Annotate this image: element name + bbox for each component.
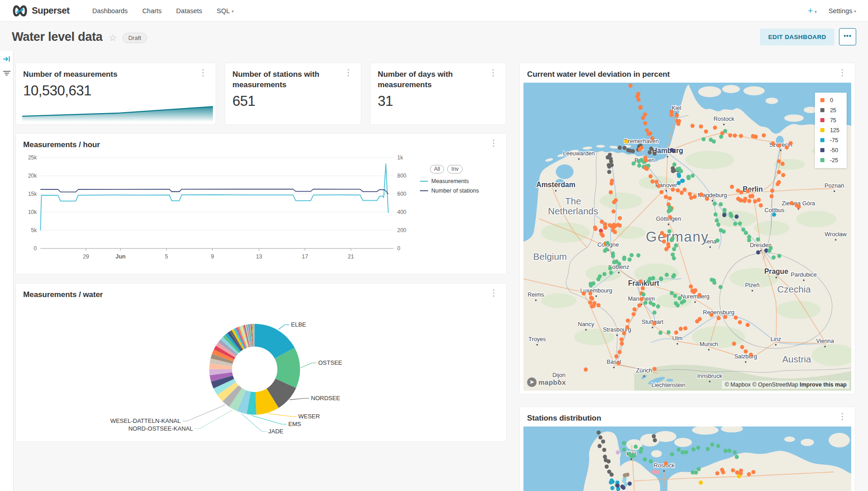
svg-text:Czechia: Czechia: [777, 284, 811, 294]
more-options-icon[interactable]: [487, 69, 499, 76]
svg-text:Plzeň: Plzeň: [745, 282, 760, 288]
svg-text:0: 0: [397, 245, 400, 252]
measurements-hour-chart-card: Measurements / hour 005k20010k40015k6002…: [15, 133, 507, 274]
svg-text:WESER: WESER: [298, 413, 320, 420]
svg-text:Ulm: Ulm: [672, 335, 683, 342]
top-navbar: Superset Dashboards Charts Datasets SQL▾…: [0, 0, 868, 22]
svg-text:Germany: Germany: [646, 228, 709, 245]
map-legend-item[interactable]: -75: [820, 137, 839, 144]
brand-name: Superset: [32, 5, 69, 16]
legend-value-label: 25: [830, 107, 836, 114]
kpi-sparkline: [22, 101, 213, 122]
chart-title: Number of days with measurements: [378, 69, 487, 90]
nav-charts[interactable]: Charts: [142, 7, 162, 15]
mapbox-logo[interactable]: ➤ mapbox: [527, 377, 566, 387]
svg-text:5k: 5k: [31, 227, 37, 233]
favorite-star-icon[interactable]: ☆: [109, 32, 117, 43]
svg-text:Amsterdam: Amsterdam: [536, 181, 575, 188]
more-options-icon[interactable]: [197, 69, 209, 76]
legend-color-swatch: [820, 108, 824, 112]
svg-text:Hamburg: Hamburg: [652, 147, 683, 154]
svg-text:Innsbruck: Innsbruck: [697, 372, 723, 379]
measurements-water-chart-card: Measurements / water ELBEOSTSEENORDSEEWE…: [15, 283, 507, 442]
map-legend-item[interactable]: 125: [820, 127, 839, 134]
legend-color-swatch: [820, 98, 824, 102]
svg-text:Dresden: Dresden: [750, 242, 772, 248]
kpi-value: 651: [225, 90, 361, 109]
svg-text:Pardubice: Pardubice: [791, 271, 817, 278]
kpi-row: Number of measurements 10,530,631 Number…: [15, 63, 507, 125]
svg-text:OSTSEE: OSTSEE: [318, 359, 342, 366]
chevron-down-icon: ▾: [232, 9, 234, 14]
svg-text:800: 800: [397, 173, 406, 179]
legend-inv-button[interactable]: Inv: [447, 165, 463, 174]
legend-color-swatch: [820, 128, 824, 132]
legend-item-stations[interactable]: Number of stations: [420, 188, 498, 194]
svg-text:5: 5: [165, 253, 168, 260]
svg-text:Linz: Linz: [770, 336, 781, 342]
donut-chart: ELBEOSTSEENORDSEEWESEREMSJADENORD-OSTSEE…: [105, 300, 423, 436]
svg-text:Netherlands: Netherlands: [548, 206, 598, 216]
legend-value-label: 75: [830, 117, 836, 124]
deviation-map[interactable]: LeeuwardenAmsterdamTheNetherlandsBelgium…: [523, 83, 851, 391]
chart-title: Measurements / water: [23, 290, 103, 300]
svg-text:ELBE: ELBE: [291, 321, 306, 328]
svg-text:NORD-OSTSEE-KANAL: NORD-OSTSEE-KANAL: [128, 425, 193, 432]
map-legend-item[interactable]: -50: [820, 147, 839, 154]
legend-all-button[interactable]: All: [430, 165, 444, 174]
map-legend-item[interactable]: 25: [820, 107, 839, 114]
svg-text:NORDSEE: NORDSEE: [311, 395, 340, 402]
svg-text:Austria: Austria: [782, 354, 811, 364]
more-options-icon[interactable]: [488, 140, 500, 146]
expand-filter-bar-icon[interactable]: [3, 55, 10, 63]
superset-logo[interactable]: Superset: [12, 5, 69, 17]
more-options-icon[interactable]: [342, 69, 355, 76]
chevron-down-icon: ▾: [854, 9, 856, 14]
svg-text:0: 0: [34, 245, 37, 252]
svg-text:400: 400: [397, 209, 406, 215]
map-legend-item[interactable]: 0: [820, 97, 839, 104]
edit-dashboard-button[interactable]: EDIT DASHBOARD: [760, 29, 834, 45]
map-legend-item[interactable]: 75: [820, 117, 839, 124]
nav-sql[interactable]: SQL▾: [217, 7, 234, 15]
legend-value-label: -50: [830, 147, 838, 154]
nav-datasets[interactable]: Datasets: [176, 7, 202, 15]
more-options-icon[interactable]: [836, 69, 848, 76]
svg-text:15k: 15k: [28, 191, 37, 197]
svg-text:Troyes: Troyes: [528, 336, 546, 342]
superset-infinity-icon: [12, 5, 28, 17]
svg-text:25k: 25k: [28, 154, 37, 161]
mapbox-attribution-link[interactable]: © Mapbox: [725, 382, 750, 388]
map-canvas: LeeuwardenAmsterdamTheNetherlandsBelgium…: [523, 83, 851, 391]
dashboard-more-button[interactable]: •••: [839, 28, 856, 45]
stations-map[interactable]: KielRostock: [523, 427, 851, 491]
chart-title: Stations distribution: [527, 413, 601, 424]
legend-item-measurements[interactable]: Measurements: [420, 178, 498, 184]
svg-text:Wrocław: Wrocław: [825, 231, 847, 238]
status-badge: Draft: [123, 33, 147, 43]
line-chart: 005k20010k40015k60020k80025k1k29Jun59131…: [17, 152, 420, 267]
more-options-icon[interactable]: [836, 413, 848, 420]
filter-icon[interactable]: [3, 70, 11, 76]
chart-title: Number of stations with measurements: [232, 69, 342, 90]
more-options-icon[interactable]: [488, 290, 500, 296]
osm-attribution-link[interactable]: © OpenStreetMap: [752, 382, 798, 388]
settings-menu[interactable]: Settings▾: [829, 7, 856, 15]
improve-map-link[interactable]: Improve this map: [800, 382, 847, 388]
legend-color-swatch: [820, 158, 824, 162]
nav-dashboards[interactable]: Dashboards: [92, 7, 128, 15]
svg-text:Poznań: Poznań: [824, 182, 844, 189]
svg-text:29: 29: [83, 253, 89, 260]
svg-text:Nuremberg: Nuremberg: [681, 293, 709, 300]
svg-text:Zürich: Zürich: [636, 367, 652, 374]
legend-value-label: -25: [830, 157, 838, 164]
series-swatch: [420, 190, 428, 191]
svg-text:9: 9: [211, 253, 214, 260]
page-title: Water level data: [12, 30, 103, 44]
kpi-value: 10,530,631: [16, 80, 216, 99]
map-legend-item[interactable]: -25: [820, 157, 839, 164]
deviation-map-card: Current water level deviation in percent…: [519, 63, 855, 394]
add-new-button[interactable]: +▾: [808, 6, 817, 16]
svg-text:20k: 20k: [28, 173, 37, 179]
kpi-card-days: Number of days with measurements 31: [370, 63, 506, 125]
